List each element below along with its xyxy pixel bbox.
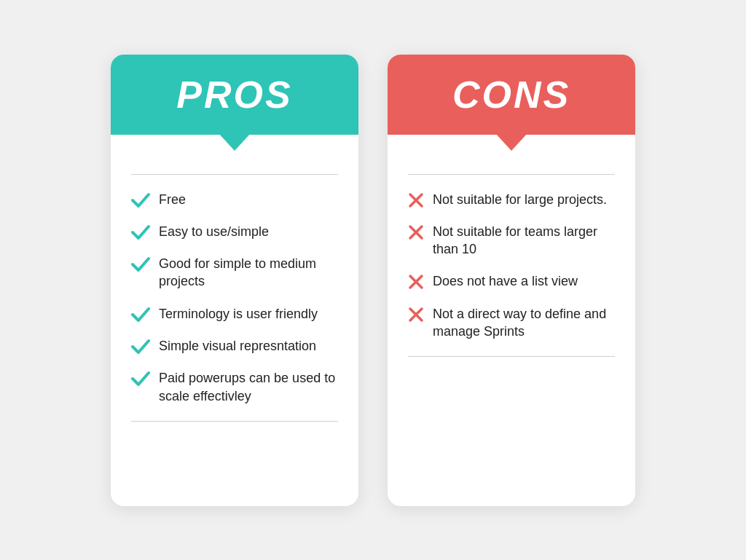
cons-card: CONS Not suitable for large projects. No… xyxy=(388,55,635,506)
cons-item-text: Not a direct way to define and manage Sp… xyxy=(433,305,615,341)
check-icon xyxy=(131,192,150,208)
pros-card: PROS Free Easy to use/simple xyxy=(111,55,358,506)
cons-arrow xyxy=(495,133,527,151)
check-icon xyxy=(131,224,150,240)
list-item: Paid powerups can be used to scale effec… xyxy=(131,369,338,405)
check-icon xyxy=(131,256,150,272)
cross-icon xyxy=(408,307,424,323)
cons-item-text: Does not have a list view xyxy=(433,272,578,290)
cons-item-text: Not suitable for teams larger than 10 xyxy=(433,223,615,259)
pros-item-text: Easy to use/simple xyxy=(159,223,269,240)
pros-bottom-divider xyxy=(131,421,338,422)
pros-item-text: Free xyxy=(159,191,186,208)
list-item: Simple visual represntation xyxy=(131,337,338,355)
main-container: PROS Free Easy to use/simple xyxy=(82,25,664,535)
cross-icon xyxy=(408,224,424,240)
cons-top-divider xyxy=(408,174,615,175)
pros-top-divider xyxy=(131,174,338,175)
list-item: Does not have a list view xyxy=(408,272,615,290)
cross-icon xyxy=(408,192,424,208)
list-item: Not suitable for teams larger than 10 xyxy=(408,223,615,259)
list-item: Easy to use/simple xyxy=(131,223,338,240)
cons-body: Not suitable for large projects. Not sui… xyxy=(388,135,635,385)
cons-header: CONS xyxy=(388,55,635,135)
list-item: Terminology is user friendly xyxy=(131,305,338,323)
pros-item-text: Simple visual represntation xyxy=(159,337,316,355)
check-icon xyxy=(131,339,150,355)
pros-title: PROS xyxy=(176,73,292,117)
cons-title: CONS xyxy=(452,73,570,117)
cons-list: Not suitable for large projects. Not sui… xyxy=(408,191,615,341)
pros-item-text: Terminology is user friendly xyxy=(159,305,318,323)
cons-bottom-divider xyxy=(408,356,615,357)
pros-arrow xyxy=(219,133,251,151)
check-icon xyxy=(131,307,150,323)
list-item: Not suitable for large projects. xyxy=(408,191,615,208)
pros-item-text: Paid powerups can be used to scale effec… xyxy=(159,369,338,405)
cons-item-text: Not suitable for large projects. xyxy=(433,191,607,208)
pros-item-text: Good for simple to medium projects xyxy=(159,255,338,291)
cross-icon xyxy=(408,274,424,290)
pros-body: Free Easy to use/simple Good for simple … xyxy=(111,135,358,449)
pros-list: Free Easy to use/simple Good for simple … xyxy=(131,191,338,405)
check-icon xyxy=(131,371,150,387)
list-item: Not a direct way to define and manage Sp… xyxy=(408,305,615,341)
list-item: Good for simple to medium projects xyxy=(131,255,338,291)
pros-header: PROS xyxy=(111,55,358,135)
list-item: Free xyxy=(131,191,338,208)
